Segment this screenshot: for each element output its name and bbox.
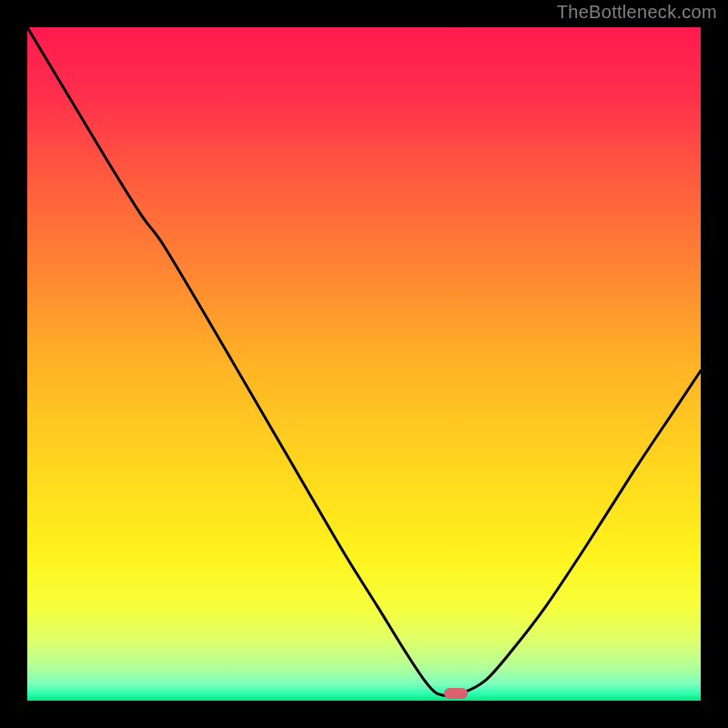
optimum-marker xyxy=(444,688,468,699)
bottleneck-curve xyxy=(27,27,701,701)
watermark-text: TheBottleneck.com xyxy=(557,2,717,23)
plot-area xyxy=(27,27,701,701)
chart-frame: TheBottleneck.com xyxy=(0,0,728,728)
